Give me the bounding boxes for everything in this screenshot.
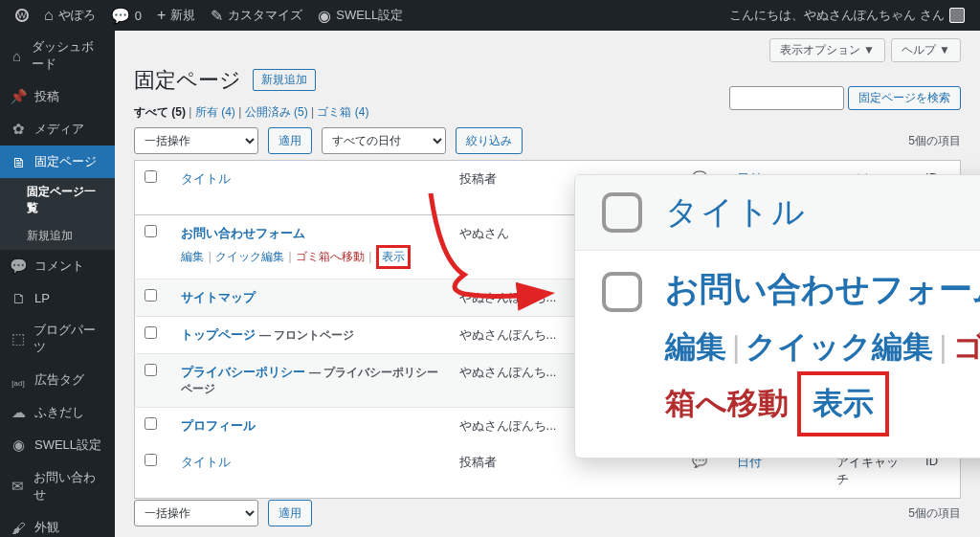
row-title-link[interactable]: プロフィール xyxy=(181,418,256,433)
sidebar-item-label: 広告タグ xyxy=(34,371,84,389)
bulk-apply-button-bottom[interactable]: 適用 xyxy=(268,500,312,526)
comments-icon: 💬 xyxy=(10,257,27,275)
new-label: 新規 xyxy=(170,7,195,24)
row-title-link[interactable]: トップページ xyxy=(181,327,256,342)
my-account-link[interactable]: こんにちは、やぬさんぽんちゃん さん xyxy=(722,0,972,31)
sidebar-item-adtag[interactable]: [ad]広告タグ xyxy=(0,364,115,396)
zoom-edit-link: 編集 xyxy=(665,329,726,364)
sidebar-item-posts[interactable]: 📌投稿 xyxy=(0,80,115,113)
help-button[interactable]: ヘルプ ▼ xyxy=(891,38,961,62)
bulk-action-select-bottom[interactable]: 一括操作 xyxy=(134,500,258,526)
plus-icon: + xyxy=(157,7,166,24)
row-title-link[interactable]: プライバシーポリシー xyxy=(181,365,305,379)
swell-icon: ◉ xyxy=(318,7,331,25)
row-checkbox[interactable] xyxy=(145,326,157,339)
select-all-bottom[interactable] xyxy=(145,454,157,466)
pagination-info-bottom: 5個の項目 xyxy=(908,505,961,522)
add-new-button[interactable]: 新規追加 xyxy=(253,69,316,91)
edit-link[interactable]: 編集 xyxy=(181,250,204,263)
zoom-quickedit-link: クイック編集 xyxy=(746,329,933,364)
zoom-row-actions: 編集|クイック編集|ゴミ箱へ移動 表示 xyxy=(665,323,980,436)
page-title: 固定ページ xyxy=(134,66,241,95)
site-name-link[interactable]: ⌂やぽろ xyxy=(36,0,103,31)
swell-icon: ◉ xyxy=(10,436,27,454)
media-icon: ✿ xyxy=(10,121,27,138)
sidebar-item-dashboard[interactable]: ⌂ダッシュボード xyxy=(0,31,115,80)
swell-link[interactable]: ◉SWELL設定 xyxy=(310,0,411,31)
site-name-label: やぽろ xyxy=(58,7,96,24)
sidebar-item-appearance[interactable]: 🖌外観 xyxy=(0,511,115,537)
tablenav-top: 一括操作 適用 すべての日付 絞り込み 5個の項目 xyxy=(134,126,961,155)
zoom-row-checkbox xyxy=(602,272,642,312)
lp-icon: 🗋 xyxy=(10,290,27,306)
sidebar-item-media[interactable]: ✿メディア xyxy=(0,113,115,145)
select-all-top[interactable] xyxy=(145,170,157,183)
customize-link[interactable]: ✎カスタマイズ xyxy=(203,0,310,31)
wp-logo-menu[interactable]: W xyxy=(8,0,36,31)
sidebar-item-contact[interactable]: ✉お問い合わせ xyxy=(0,461,115,511)
sidebar-subitem[interactable]: 固定ページ一覧 xyxy=(0,178,115,222)
search-submit-button[interactable]: 固定ページを検索 xyxy=(848,86,961,110)
bulk-action-select-top[interactable]: 一括操作 xyxy=(134,127,258,154)
comment-icon: 💬 xyxy=(111,7,130,25)
col-title-bottom[interactable]: タイトル xyxy=(181,455,231,469)
date-filter-select[interactable]: すべての日付 xyxy=(322,127,446,154)
dashboard-icon: ⌂ xyxy=(10,48,24,64)
avatar-icon xyxy=(949,8,965,23)
row-title-link[interactable]: お問い合わせフォーム xyxy=(181,226,305,240)
filter-published[interactable]: 公開済み (5) xyxy=(245,105,308,119)
post-state: — フロントページ xyxy=(259,328,354,342)
screen-options-button[interactable]: 表示オプション ▼ xyxy=(769,38,885,62)
bulk-apply-button-top[interactable]: 適用 xyxy=(268,127,312,154)
sidebar-item-label: メディア xyxy=(34,121,84,138)
sidebar-subitem[interactable]: 新規追加 xyxy=(0,222,115,250)
sidebar-item-pages[interactable]: 🗎固定ページ xyxy=(0,145,115,178)
sidebar-item-label: 固定ページ xyxy=(34,153,97,170)
tablenav-bottom: 一括操作 適用 5個の項目 xyxy=(134,499,961,527)
sidebar-item-label: SWELL設定 xyxy=(34,436,101,454)
filter-trash[interactable]: ゴミ箱 (4) xyxy=(317,105,368,119)
sidebar-item-blogparts[interactable]: ⬚ブログパーツ xyxy=(0,314,115,364)
page-body: 表示オプション ▼ ヘルプ ▼ 固定ページ 新規追加 すべて (5) | 所有 … xyxy=(115,31,980,537)
admin-bar: W ⌂やぽろ 💬0 +新規 ✎カスタマイズ ◉SWELL設定 こんにちは、やぬさ… xyxy=(0,0,980,31)
sidebar-item-label: コメント xyxy=(34,257,84,275)
zoom-title-column-label: タイトル xyxy=(665,190,807,235)
filter-all[interactable]: すべて (5) xyxy=(134,105,186,119)
sidebar-item-comments[interactable]: 💬コメント xyxy=(0,250,115,282)
brush-icon: ✎ xyxy=(211,7,223,25)
customize-label: カスタマイズ xyxy=(228,7,302,24)
zoom-row-title: お問い合わせフォーム xyxy=(665,266,980,311)
adtag-icon: [ad] xyxy=(10,372,27,389)
sidebar-item-swell[interactable]: ◉SWELL設定 xyxy=(0,429,115,461)
pagination-info-top: 5個の項目 xyxy=(908,133,961,149)
row-checkbox[interactable] xyxy=(145,364,157,376)
comments-count: 0 xyxy=(135,9,142,23)
appearance-icon: 🖌 xyxy=(10,520,27,536)
greeting-label: こんにちは、やぬさんぽんちゃん さん xyxy=(729,7,945,24)
new-content-link[interactable]: +新規 xyxy=(149,0,203,31)
col-title[interactable]: タイトル xyxy=(181,171,231,186)
sidebar-item-lp[interactable]: 🗋LP xyxy=(0,282,115,314)
row-checkbox[interactable] xyxy=(145,289,157,302)
comments-link[interactable]: 💬0 xyxy=(103,0,149,31)
row-checkbox[interactable] xyxy=(145,417,157,430)
filter-submit-button[interactable]: 絞り込み xyxy=(456,127,523,154)
view-link[interactable]: 表示 xyxy=(382,250,405,263)
zoom-checkbox xyxy=(602,192,642,233)
contact-icon: ✉ xyxy=(10,478,26,495)
search-input[interactable] xyxy=(729,86,844,110)
quickedit-link[interactable]: クイック編集 xyxy=(215,250,284,263)
row-actions: 編集 | クイック編集 | ゴミ箱へ移動 | 表示 xyxy=(181,245,439,269)
home-icon: ⌂ xyxy=(44,7,54,24)
row-title-link[interactable]: サイトマップ xyxy=(181,290,256,304)
sidebar-item-label: ダッシュボード xyxy=(32,38,105,73)
sidebar-item-label: 投稿 xyxy=(34,88,59,105)
swell-label: SWELL設定 xyxy=(336,7,403,24)
row-checkbox[interactable] xyxy=(145,225,157,237)
sidebar-item-label: お問い合わせ xyxy=(33,469,105,503)
blogparts-icon: ⬚ xyxy=(10,330,26,347)
zoom-view-link: 表示 xyxy=(813,386,874,420)
trash-link[interactable]: ゴミ箱へ移動 xyxy=(296,250,365,263)
filter-mine[interactable]: 所有 (4) xyxy=(195,105,235,119)
sidebar-item-balloon[interactable]: ☁ふきだし xyxy=(0,396,115,429)
